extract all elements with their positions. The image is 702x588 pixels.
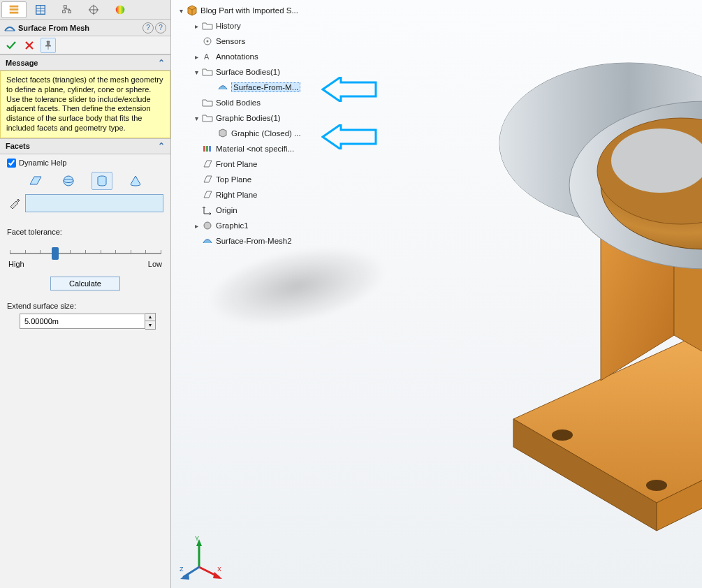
cylinder-shape-button[interactable] [92, 172, 112, 190]
orientation-triad[interactable]: Y X Z [178, 534, 227, 582]
part-icon [186, 4, 198, 17]
svg-rect-4 [64, 5, 67, 8]
expander-icon[interactable]: ▸ [192, 222, 200, 230]
tab-display-manager[interactable] [108, 1, 133, 18]
tab-feature-manager[interactable] [1, 1, 27, 18]
tree-label: Annotations [216, 52, 258, 61]
spinner-up[interactable]: ▲ [145, 314, 155, 321]
expander-icon[interactable]: ▾ [177, 7, 185, 15]
section-message-label: Message [6, 59, 38, 67]
calculate-button[interactable]: Calculate [50, 277, 120, 291]
facet-tolerance-label: Facet tolerance: [7, 228, 163, 236]
message-text: Select facets (triangles) of the mesh ge… [0, 71, 170, 138]
feature-title: Surface From Mesh [18, 24, 141, 32]
feature-tree: ▾ Blog Part with Imported S... ▸ History… [177, 3, 301, 249]
tree-graphic1[interactable]: ▸ Graphic1 [177, 218, 301, 233]
ok-button[interactable] [4, 38, 18, 52]
svg-point-23 [552, 429, 573, 441]
folder-icon [201, 20, 214, 32]
tab-configuration-manager[interactable] [54, 1, 80, 18]
tree-graphic-bodies[interactable]: ▾ Graphic Bodies(1) [177, 110, 301, 126]
collapse-icon: ⌃ [158, 58, 165, 68]
graphics-viewport[interactable]: ▾ Blog Part with Imported S... ▸ History… [171, 0, 702, 588]
tree-label: Graphic Bodies(1) [216, 114, 281, 122]
callout-arrow-icon [321, 77, 377, 102]
model-3d[interactable] [381, 28, 702, 559]
tree-label: Graphic (Closed) ... [231, 129, 301, 138]
help-icon[interactable]: ? [155, 22, 166, 34]
triad-x-label: X [217, 566, 221, 573]
collapse-icon: ⌃ [158, 141, 165, 151]
solid-folder-icon [201, 96, 214, 109]
tree-solid-bodies[interactable]: Solid Bodies [177, 95, 301, 110]
svg-marker-49 [213, 572, 222, 579]
tree-history[interactable]: ▸ History [177, 18, 301, 34]
feature-titlebar: Surface From Mesh ? ? [0, 20, 170, 36]
tree-label: History [216, 22, 241, 30]
tree-surface-bodies[interactable]: ▾ Surface Bodies(1) [177, 64, 301, 80]
property-manager-panel: Surface From Mesh ? ? Message ⌃ Select f… [0, 0, 171, 588]
expander-icon[interactable]: ▾ [192, 115, 200, 122]
tree-label: Material <not specifi... [216, 145, 294, 153]
expander-icon[interactable]: ▸ [192, 22, 200, 30]
svg-rect-5 [63, 10, 66, 13]
tree-label: Right Plane [216, 191, 257, 199]
tree-right-plane[interactable]: Right Plane [177, 187, 301, 203]
facet-tolerance-group: Facet tolerance: High Low Calculate [0, 222, 170, 297]
sensors-icon [201, 35, 214, 47]
pin-button[interactable] [41, 38, 56, 53]
svg-point-10 [116, 5, 125, 14]
tree-origin[interactable]: Origin [177, 203, 301, 218]
section-facets-label: Facets [6, 142, 30, 150]
plane-icon [201, 173, 214, 186]
dynamic-help-checkbox[interactable]: Dynamic Help [7, 159, 163, 168]
confirm-row [0, 36, 170, 54]
tree-sensors[interactable]: Sensors [177, 34, 301, 49]
tolerance-thumb[interactable] [52, 247, 59, 260]
extend-spinner: ▲ ▼ [145, 313, 156, 330]
callout-arrow-icon [321, 124, 377, 149]
tree-label: Surface-From-M... [231, 82, 300, 92]
tree-surface-from-mesh[interactable]: Surface-From-M... [177, 80, 301, 95]
expander-icon[interactable]: ▾ [192, 68, 200, 76]
plane-icon [201, 158, 214, 170]
tree-label: Top Plane [216, 175, 251, 184]
tree-root[interactable]: ▾ Blog Part with Imported S... [177, 3, 301, 18]
tree-front-plane[interactable]: Front Plane [177, 156, 301, 172]
section-message: Message ⌃ Select facets (triangles) of t… [0, 54, 170, 138]
section-message-header[interactable]: Message ⌃ [0, 55, 170, 71]
svg-rect-19 [209, 146, 211, 152]
help-prev-icon[interactable]: ? [142, 22, 154, 34]
tree-annotations[interactable]: ▸ A Annotations [177, 49, 301, 64]
tab-dimxpert-manager[interactable] [81, 1, 106, 18]
plane-icon [201, 189, 214, 201]
shape-type-row [7, 172, 163, 190]
svg-marker-51 [180, 573, 189, 580]
svg-point-15 [207, 41, 209, 43]
extend-surface-input[interactable] [20, 314, 145, 329]
tree-top-plane[interactable]: Top Plane [177, 172, 301, 187]
svg-rect-6 [68, 10, 71, 13]
tolerance-low-label: Low [148, 260, 162, 268]
tree-label: Front Plane [216, 160, 257, 168]
cancel-button[interactable] [22, 38, 36, 52]
tab-property-manager[interactable] [28, 1, 53, 18]
tree-label: Surface-From-Mesh2 [216, 237, 292, 245]
cone-shape-button[interactable] [125, 172, 146, 190]
tolerance-slider[interactable] [10, 243, 161, 257]
plane-shape-button[interactable] [24, 172, 45, 190]
expander-icon[interactable]: ▸ [192, 53, 200, 61]
facet-selection-box[interactable] [25, 194, 163, 212]
section-facets-header[interactable]: Facets ⌃ [0, 139, 170, 154]
tree-material[interactable]: Material <not specifi... [177, 141, 301, 156]
panel-tabstrip [0, 0, 170, 20]
sphere-shape-button[interactable] [58, 172, 79, 190]
spinner-down[interactable]: ▼ [145, 321, 155, 329]
tree-surface-from-mesh2[interactable]: Surface-From-Mesh2 [177, 233, 301, 249]
origin-icon [201, 204, 214, 216]
paint-select-button[interactable] [7, 196, 22, 211]
tree-graphic-closed[interactable]: Graphic (Closed) ... [177, 126, 301, 141]
triad-y-label: Y [195, 535, 199, 542]
dynamic-help-input[interactable] [7, 159, 16, 168]
tree-root-label: Blog Part with Imported S... [200, 6, 298, 15]
